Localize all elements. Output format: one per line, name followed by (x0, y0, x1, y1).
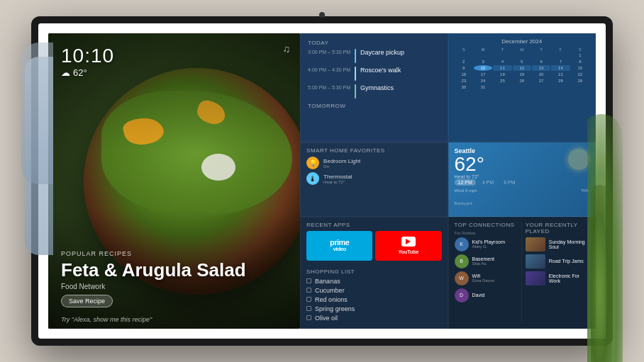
connection-info-3: Wifi Gina Davos (472, 273, 518, 283)
save-recipe-button[interactable]: Save Recipe (61, 295, 113, 307)
tomorrow-label: Tomorrow (308, 103, 440, 109)
connection-info-1: Kid's Playroom Abby G. (472, 239, 518, 249)
weather-tab-4pm[interactable]: 4 PM (479, 179, 497, 186)
connections-sublabel: For Robbie (455, 231, 518, 235)
prime-video-tile[interactable]: primevideo (306, 231, 372, 261)
youtube-tile[interactable]: YouTube (375, 231, 441, 261)
cal-day-19: 19 (513, 72, 531, 77)
connection-item-2[interactable]: B Basement Skip Av. (455, 254, 518, 268)
cal-day-4: 4 (493, 59, 511, 64)
connections-label: Top Connections (455, 222, 518, 228)
weather-tabs: 12 PM 4 PM 8 PM (455, 179, 589, 186)
cal-day-5: 5 (513, 59, 531, 64)
temperature-display: 62° (73, 67, 87, 78)
today-section: Today 3:00 PM – 5:30 PM Daycare pickup 4… (300, 33, 448, 142)
time-weather-overlay: 10:10 ☁ 62° (61, 46, 114, 78)
played-info-1: Sunday Morning Soul (549, 239, 589, 249)
thermo-name: Thermostat (323, 174, 352, 180)
played-item-1[interactable]: Sunday Morning Soul (526, 237, 589, 251)
cal-day-10-today: 10 (474, 65, 492, 71)
alexa-prompt: Try "Alexa, show me this recipe" (61, 316, 152, 323)
smart-home-section: Smart Home Favorites 💡 Bedroom Light On … (300, 142, 448, 216)
played-thumb-3 (526, 271, 545, 285)
app-grid: primevideo YouTube (306, 231, 441, 261)
connection-status-1: Abby G. (472, 244, 518, 249)
connection-item-4[interactable]: D David (455, 288, 518, 302)
cal-day-6: 6 (532, 59, 550, 64)
cal-day-28: 28 (551, 78, 570, 84)
weather-tab-12pm[interactable]: 12 PM (455, 179, 476, 186)
connection-status-2: Skip Av. (472, 261, 518, 266)
cal-empty-5 (532, 52, 550, 58)
cal-day-9: 9 (455, 65, 473, 71)
cal-day-24: 24 (474, 78, 492, 84)
shopping-item-1: Bananas (306, 278, 441, 285)
played-title-2: Road Trip Jams (549, 259, 589, 264)
light-label: Bedroom Light On (323, 158, 360, 169)
event-bar-1 (355, 49, 356, 63)
played-title-1: Sunday Morning Soul (549, 239, 589, 249)
event-bar-3 (355, 84, 356, 98)
calendar-grid: S M T W T F S 1 (455, 47, 589, 90)
event-item-1: 3:00 PM – 5:30 PM Daycare pickup (308, 49, 440, 63)
connection-name-1: Kid's Playroom (472, 239, 518, 244)
calendar-section: December 2024 S M T W T F S (448, 33, 596, 142)
weather-location-tabs: Backyard (455, 195, 589, 208)
smart-home-label: Smart Home Favorites (306, 147, 441, 154)
played-info-2: Road Trip Jams (549, 259, 589, 264)
smart-item-thermo[interactable]: 🌡 Thermostat Heat to 72° (306, 172, 441, 185)
tv-screen: 10:10 ☁ 62° ♫ Popular Recipes Feta & Aru… (38, 23, 606, 339)
cal-day-3: 3 (474, 59, 492, 64)
event-item-3: 5:00 PM – 5:30 PM Gymnastics (308, 84, 440, 98)
right-panel: Today 3:00 PM – 5:30 PM Daycare pickup 4… (300, 33, 596, 329)
event-time-3: 5:00 PM – 5:30 PM (308, 84, 350, 91)
smart-item-light[interactable]: 💡 Bedroom Light On (306, 157, 441, 169)
weather-tab-backyard[interactable]: Backyard (455, 201, 472, 205)
thermo-label: Thermostat Heat to 72° (323, 174, 352, 184)
cal-day-26: 26 (513, 78, 531, 84)
weather-tab-8pm[interactable]: 8 PM (500, 179, 518, 186)
cal-day-27: 27 (532, 78, 550, 84)
youtube-icon (401, 237, 416, 247)
youtube-play-icon (406, 239, 411, 244)
light-icon: 💡 (306, 157, 319, 169)
cal-day-13: 13 (532, 65, 550, 71)
thermo-icon: 🌡 (306, 172, 319, 185)
light-status: On (323, 164, 360, 169)
wind-label: Wind 8 mph (455, 188, 477, 193)
cal-day-18: 18 (493, 72, 511, 77)
played-item-3[interactable]: Electronic For Work (526, 271, 589, 285)
cal-day-14: 14 (551, 65, 570, 71)
played-thumb-1 (526, 237, 545, 251)
prime-logo: primevideo (330, 238, 349, 253)
cal-header-t2: T (532, 47, 550, 52)
time-display: 10:10 (61, 46, 114, 66)
event-name-2: Roscoe's walk (360, 67, 401, 74)
event-name-3: Gymnastics (360, 84, 394, 92)
bottom-left-section: Recent Apps primevideo (300, 217, 448, 329)
recipe-source: Food Network (61, 283, 246, 290)
connection-info-2: Basement Skip Av. (472, 256, 518, 266)
cal-empty-1 (455, 52, 473, 58)
cal-day-2: 2 (455, 59, 473, 64)
cal-header-f: F (551, 47, 570, 52)
cal-day-23: 23 (455, 78, 473, 84)
light-name: Bedroom Light (323, 158, 360, 164)
cal-empty-2 (474, 52, 492, 58)
connection-item-1[interactable]: K Kid's Playroom Abby G. (455, 237, 518, 251)
connection-item-3[interactable]: W Wifi Gina Davos (455, 271, 518, 285)
person-cloth (21, 43, 53, 184)
recipe-label: Popular Recipes (61, 250, 246, 257)
calendar-month: December 2024 (455, 38, 589, 45)
weather-display: ☁ 62° (61, 67, 114, 78)
cal-day-21: 21 (551, 72, 570, 77)
cal-day-20: 20 (532, 72, 550, 77)
connections-section: Top Connections For Robbie K Kid's Playr… (455, 222, 522, 324)
connection-avatar-1: K (455, 237, 469, 251)
recipe-title: Feta & Arugula Salad (61, 260, 246, 281)
plant-decoration (587, 0, 644, 362)
played-item-2[interactable]: Road Trip Jams (526, 254, 589, 268)
music-icon[interactable]: ♫ (283, 43, 291, 55)
recent-apps-section: Recent Apps primevideo (306, 222, 441, 268)
cal-day-25: 25 (493, 78, 511, 84)
